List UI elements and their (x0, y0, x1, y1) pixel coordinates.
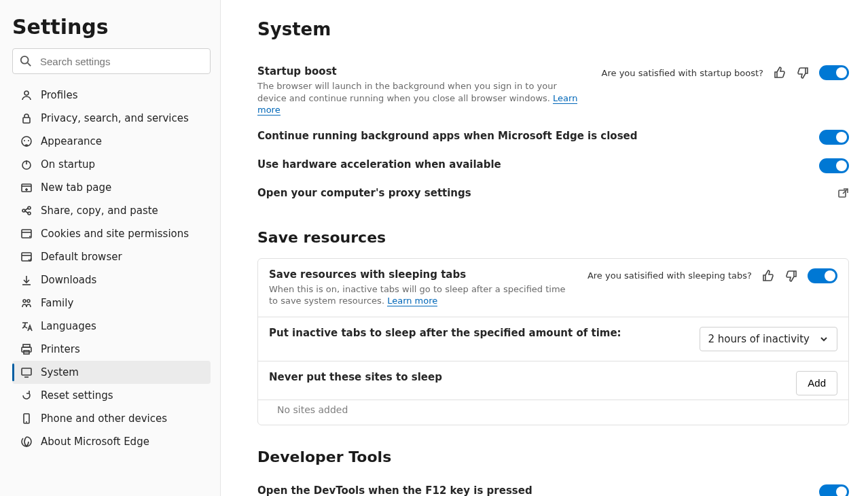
sleeping-tabs-desc: When this is on, inactive tabs will go t… (269, 283, 571, 307)
startup-boost-desc: The browser will launch in the backgroun… (257, 80, 585, 116)
never-sleep-title: Never put these sites to sleep (269, 371, 780, 383)
inactivity-value: 2 hours of inactivity (708, 333, 810, 345)
sidebar-item-label: Languages (41, 320, 96, 332)
lock-icon (20, 112, 33, 124)
startup-boost-toggle[interactable] (819, 65, 849, 80)
sidebar-item-label: Privacy, search, and services (41, 112, 189, 124)
row-f12: Open the DevTools when the F12 key is pr… (257, 478, 849, 496)
startup-feedback-q: Are you satisfied with startup boost? (602, 68, 763, 78)
search-box[interactable] (12, 48, 211, 74)
power-icon (20, 158, 33, 171)
settings-title: Settings (12, 15, 211, 39)
proxy-title: Open your computer's proxy settings (257, 187, 820, 199)
row-sleeping-tabs: Save resources with sleeping tabs When t… (269, 268, 837, 307)
hw-accel-title: Use hardware acceleration when available (257, 158, 803, 171)
reset-icon (20, 389, 33, 402)
bg-apps-toggle[interactable] (819, 130, 849, 145)
sidebar-item-label: System (41, 366, 79, 378)
f12-toggle[interactable] (819, 484, 849, 496)
profile-icon (20, 89, 33, 101)
sleeping-tabs-learn-more[interactable]: Learn more (387, 296, 437, 306)
row-startup-boost: Startup boost The browser will launch in… (257, 58, 849, 123)
about-icon (20, 436, 33, 448)
sleeping-tabs-toggle[interactable] (808, 268, 837, 283)
chevron-down-icon (819, 334, 829, 344)
never-sleep-empty: No sites added (266, 400, 848, 425)
sidebar-item-on-startup[interactable]: On startup (12, 153, 211, 176)
family-icon (20, 297, 33, 309)
bg-apps-title: Continue running background apps when Mi… (257, 130, 803, 142)
sidebar-item-about-microsoft-edge[interactable]: About Microsoft Edge (12, 430, 211, 453)
sidebar-item-appearance[interactable]: Appearance (12, 130, 211, 153)
newtab-icon (20, 181, 33, 194)
hw-accel-toggle[interactable] (819, 158, 849, 173)
sidebar-item-default-browser[interactable]: Default browser (12, 245, 211, 268)
startup-boost-title: Startup boost (257, 65, 585, 77)
phone-icon (20, 412, 33, 425)
sidebar-item-label: Share, copy, and paste (41, 205, 158, 217)
sleeping-tabs-card: Save resources with sleeping tabs When t… (257, 258, 849, 425)
sidebar-item-downloads[interactable]: Downloads (12, 268, 211, 291)
sidebar-item-reset-settings[interactable]: Reset settings (12, 384, 211, 407)
sidebar-item-share-copy-and-paste[interactable]: Share, copy, and paste (12, 199, 211, 222)
sidebar-item-label: Downloads (41, 274, 96, 286)
external-link-icon[interactable] (837, 187, 849, 199)
download-icon (20, 274, 33, 286)
page-title: System (257, 19, 849, 39)
sleeping-tabs-title: Save resources with sleeping tabs (269, 268, 571, 281)
row-inactivity: Put inactive tabs to sleep after the spe… (269, 327, 837, 351)
sidebar-item-label: On startup (41, 158, 95, 171)
sidebar-item-label: Reset settings (41, 389, 113, 402)
inactivity-title: Put inactive tabs to sleep after the spe… (269, 327, 683, 339)
sidebar-item-label: Cookies and site permissions (41, 228, 189, 240)
sidebar-item-label: Default browser (41, 251, 122, 263)
row-never-sleep: Never put these sites to sleep Add (269, 371, 837, 395)
sidebar-item-label: New tab page (41, 181, 111, 194)
printer-icon (20, 343, 33, 355)
thumbs-down-icon[interactable] (784, 269, 798, 283)
thumbs-up-icon[interactable] (773, 66, 786, 79)
sidebar-item-system[interactable]: System (12, 361, 211, 384)
sidebar-item-profiles[interactable]: Profiles (12, 84, 211, 107)
sidebar-item-label: Family (41, 297, 73, 309)
share-icon (20, 205, 33, 217)
sidebar-item-cookies-and-site-permissions[interactable]: Cookies and site permissions (12, 222, 211, 245)
sidebar-item-languages[interactable]: Languages (12, 315, 211, 338)
add-site-button[interactable]: Add (796, 371, 837, 395)
sidebar-item-privacy-search-and-services[interactable]: Privacy, search, and services (12, 107, 211, 130)
lang-icon (20, 320, 33, 332)
system-icon (20, 366, 33, 378)
sidebar-item-label: Appearance (41, 135, 102, 147)
sidebar-item-label: About Microsoft Edge (41, 436, 149, 448)
section-devtools: Developer Tools (257, 448, 849, 465)
inactivity-select[interactable]: 2 hours of inactivity (700, 327, 837, 351)
sidebar-item-phone-and-other-devices[interactable]: Phone and other devices (12, 407, 211, 430)
f12-title: Open the DevTools when the F12 key is pr… (257, 484, 803, 496)
sidebar-item-label: Profiles (41, 89, 77, 101)
search-input[interactable] (39, 55, 203, 68)
sidebar-item-label: Phone and other devices (41, 412, 167, 425)
row-hw-accel: Use hardware acceleration when available (257, 152, 849, 180)
sidebar-item-family[interactable]: Family (12, 291, 211, 315)
sidebar-item-new-tab-page[interactable]: New tab page (12, 176, 211, 199)
search-icon (20, 55, 32, 67)
section-save-resources: Save resources (257, 229, 849, 246)
sidebar-item-printers[interactable]: Printers (12, 338, 211, 361)
browser-icon (20, 251, 33, 263)
paint-icon (20, 135, 33, 147)
cookie-icon (20, 228, 33, 240)
sleeping-feedback-q: Are you satisified with sleeping tabs? (587, 270, 752, 281)
row-bg-apps: Continue running background apps when Mi… (257, 123, 849, 152)
sidebar-item-label: Printers (41, 343, 80, 355)
thumbs-down-icon[interactable] (796, 66, 810, 79)
row-proxy: Open your computer's proxy settings (257, 180, 849, 206)
thumbs-up-icon[interactable] (761, 269, 775, 283)
